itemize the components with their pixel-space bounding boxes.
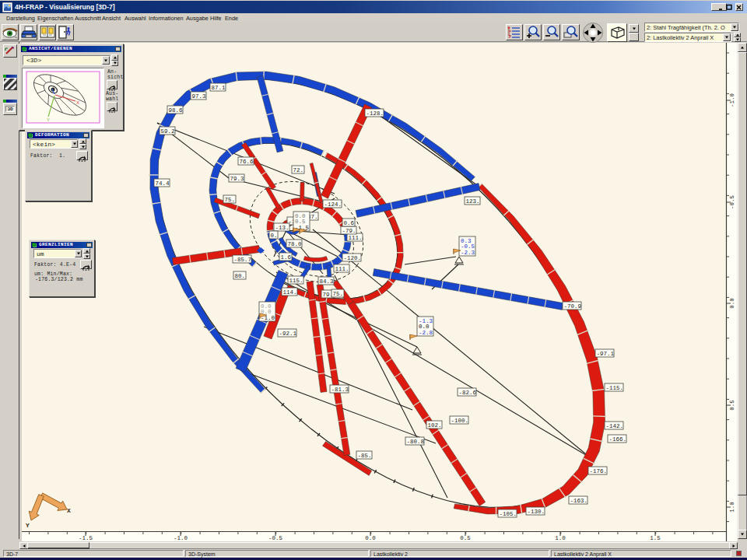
svg-text:-0.5: -0.5	[268, 535, 283, 541]
svg-text:97.3: 97.3	[192, 93, 207, 100]
svg-text:98.6: 98.6	[169, 107, 184, 114]
svg-text:87.1: 87.1	[212, 85, 226, 91]
svg-text:0.0: 0.0	[419, 324, 430, 330]
svg-text:3: 3	[508, 34, 511, 39]
svg-text:123.: 123.	[466, 198, 480, 205]
svg-text:1.0: 1.0	[555, 535, 566, 541]
svg-text:115.: 115.	[289, 278, 303, 284]
svg-text:111.: 111.	[349, 235, 363, 241]
svg-text:-100.: -100.	[451, 418, 469, 424]
svg-text:59.2: 59.2	[161, 128, 175, 135]
svg-text:75.: 75.	[225, 197, 236, 203]
svg-text:-85.7: -85.7	[234, 257, 252, 263]
svg-text:0.5: 0.5	[460, 535, 471, 541]
svg-text:0.6: 0.6	[344, 220, 355, 226]
svg-text:76.6: 76.6	[240, 159, 254, 165]
svg-text:X: X	[76, 100, 79, 105]
svg-text:111.: 111.	[335, 266, 349, 272]
svg-text:-1.5: -1.5	[79, 535, 93, 541]
svg-text:80.: 80.	[235, 273, 246, 279]
svg-text:-130.: -130.	[528, 509, 545, 515]
svg-text:X: X	[67, 507, 71, 514]
svg-text:75.: 75.	[333, 291, 344, 297]
svg-text:-163.: -163.	[570, 498, 588, 504]
svg-text:1.6: 1.6	[281, 254, 292, 261]
svg-text:114.: 114.	[283, 289, 297, 296]
svg-text:-120.: -120.	[344, 255, 362, 261]
svg-text:-166.: -166.	[609, 436, 627, 443]
svg-text:-176.: -176.	[590, 468, 608, 474]
svg-text:-97.1: -97.1	[597, 351, 615, 357]
svg-text:-105.: -105.	[500, 511, 517, 517]
svg-text:1.5: 1.5	[650, 535, 661, 541]
svg-text:-81.3: -81.3	[331, 387, 349, 393]
svg-text:-82.6: -82.6	[459, 390, 477, 396]
svg-text:-0.5: -0.5	[729, 195, 735, 210]
svg-text:-2.8: -2.8	[419, 330, 433, 336]
svg-text:-70.9: -70.9	[564, 303, 582, 310]
svg-text:78.0: 78.0	[288, 241, 303, 247]
svg-text:72.: 72.	[293, 167, 304, 173]
svg-text:-2.3: -2.3	[461, 250, 475, 256]
svg-text:-85.: -85.	[358, 453, 372, 459]
svg-text:0.0: 0.0	[729, 298, 735, 309]
svg-text:-1.0: -1.0	[174, 535, 188, 541]
svg-text:-92.1: -92.1	[279, 331, 297, 337]
svg-text:-124.: -124.	[324, 201, 342, 208]
svg-text:-13.: -13.	[275, 225, 289, 231]
svg-text:-128.: -128.	[366, 110, 384, 117]
svg-text:Y: Y	[26, 522, 30, 529]
svg-text:-80.8: -80.8	[407, 439, 425, 445]
svg-text:0.0: 0.0	[365, 535, 376, 541]
svg-text:-1.0: -1.0	[729, 93, 735, 108]
svg-text:0.5: 0.5	[295, 219, 306, 225]
svg-text:Y: Y	[47, 117, 50, 122]
svg-text:1.0: 1.0	[729, 502, 735, 513]
svg-text:-142.: -142.	[606, 423, 624, 429]
svg-text:102.: 102.	[428, 422, 442, 429]
svg-text:-79.: -79.	[342, 228, 356, 234]
svg-text:-115.: -115.	[606, 385, 624, 391]
svg-text:79.3: 79.3	[230, 176, 245, 182]
svg-text:84.3: 84.3	[320, 278, 335, 285]
svg-text:0.5: 0.5	[729, 400, 735, 411]
svg-text:-0.5: -0.5	[461, 243, 475, 250]
svg-text:0.: 0.	[271, 233, 278, 239]
svg-text:74.4: 74.4	[156, 180, 170, 187]
